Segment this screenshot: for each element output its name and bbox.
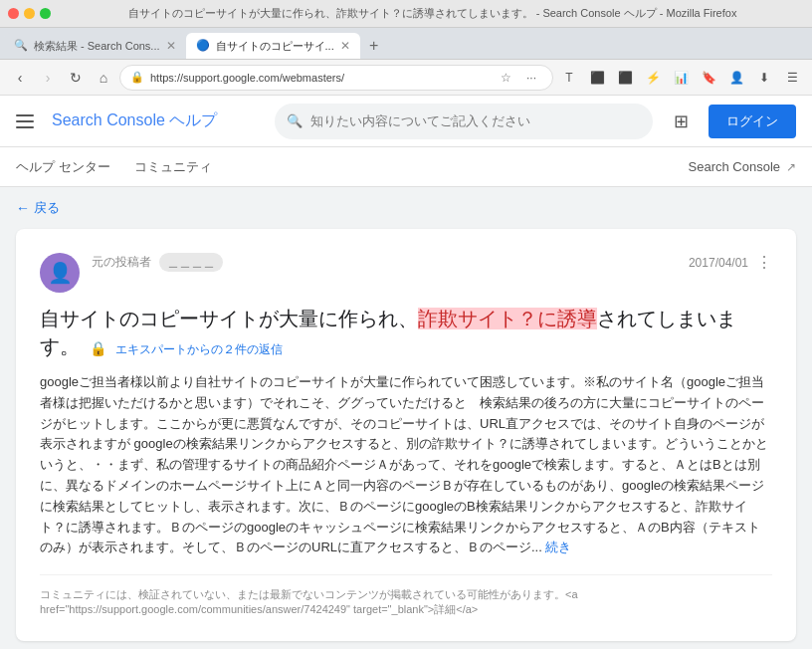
extension-icon-2[interactable]: ⬛ — [585, 66, 609, 90]
tab-1-label: 検索結果 - Search Cons... — [34, 39, 160, 54]
tab-2[interactable]: 🔵 自サイトのコピーサイ... ✕ — [186, 33, 360, 59]
extension-icon-6[interactable]: 🔖 — [697, 66, 720, 90]
menu-button[interactable]: ☰ — [780, 66, 804, 90]
back-link-label[interactable]: 戻る — [34, 199, 60, 217]
url-actions: ☆ ··· — [495, 67, 542, 89]
subnav-item-help[interactable]: ヘルプ センター — [16, 148, 110, 186]
post-header: 👤 元の投稿者 ＿＿＿＿ 2017/04/01 ⋮ — [40, 253, 772, 293]
tab-2-favicon: 🔵 — [196, 39, 210, 53]
read-more-link[interactable]: 続き — [545, 540, 571, 554]
search-console-link[interactable]: Search Console — [689, 159, 781, 174]
tab-1-close[interactable]: ✕ — [166, 39, 176, 53]
hamburger-menu[interactable] — [16, 109, 40, 133]
tab-1-favicon: 🔍 — [14, 39, 28, 53]
post-date: 2017/04/01 — [689, 256, 748, 270]
post-meta: 元の投稿者 ＿＿＿＿ 2017/04/01 ⋮ — [92, 253, 772, 274]
sub-nav: ヘルプ センター コミュニティ Search Console ↗ — [0, 147, 812, 187]
main-content: ← 戻る 👤 元の投稿者 ＿＿＿＿ 2017/04/01 ⋮ 自サイトのコピーサ… — [0, 187, 812, 649]
extension-icon-7[interactable]: 👤 — [724, 66, 748, 90]
extension-icon-5[interactable]: 📊 — [669, 66, 693, 90]
tabbar: 🔍 検索結果 - Search Cons... ✕ 🔵 自サイトのコピーサイ..… — [0, 28, 812, 60]
hamburger-line-1 — [16, 114, 34, 116]
avatar-icon: 👤 — [48, 261, 73, 285]
tab-2-close[interactable]: ✕ — [340, 39, 350, 53]
new-tab-button[interactable]: + — [360, 33, 388, 59]
ssl-lock-icon: 🔒 — [130, 71, 144, 84]
titlebar: 自サイトのコピーサイトが大量に作られ、詐欺サイト？に誘導されてしまいます。 - … — [0, 0, 812, 28]
tab-1[interactable]: 🔍 検索結果 - Search Cons... ✕ — [4, 33, 186, 59]
back-arrow-icon: ← — [16, 200, 30, 216]
subnav-right: Search Console ↗ — [689, 159, 797, 174]
external-link-icon: ↗ — [786, 160, 796, 174]
lock-icon: 🔒 — [90, 340, 106, 356]
post-title-highlight: 詐欺サイト？に誘導 — [418, 308, 597, 329]
expert-link[interactable]: エキスパートからの２件の返信 — [115, 342, 283, 356]
extension-icon-8[interactable]: ⬇ — [752, 66, 776, 90]
url-text: https://support.google.com/webmasters/ — [150, 72, 489, 84]
navbar: ‹ › ↻ ⌂ 🔒 https://support.google.com/web… — [0, 60, 812, 96]
post-footer: コミュニティには、検証されていない、または最新でないコンテンツが掲載されている可… — [40, 574, 772, 617]
post-body: googleご担当者様以前より自社サイトのコピーサイトが大量に作られていて困惑し… — [40, 372, 772, 558]
post-title-part1: 自サイトのコピーサイトが大量に作られ、 — [40, 308, 418, 329]
extension-icon-4[interactable]: ⚡ — [641, 66, 665, 90]
post-more-icon[interactable]: ⋮ — [756, 253, 772, 272]
post-footer-text: コミュニティには、検証されていない、または最新でないコンテンツが掲載されている可… — [40, 588, 578, 615]
post-author-prefix: 元の投稿者 — [92, 254, 151, 271]
search-icon: 🔍 — [287, 113, 303, 128]
post-title: 自サイトのコピーサイトが大量に作られ、詐欺サイト？に誘導されてしまいます。 🔒 … — [40, 305, 772, 360]
search-input[interactable] — [310, 113, 641, 128]
search-bar[interactable]: 🔍 — [275, 104, 653, 139]
close-dot[interactable] — [8, 8, 19, 19]
post-author-row: 元の投稿者 ＿＿＿＿ 2017/04/01 ⋮ — [92, 253, 772, 272]
extension-icon-1[interactable]: T — [557, 66, 581, 90]
hamburger-line-3 — [16, 126, 34, 128]
app-header: Search Console ヘルプ 🔍 ⊞ ログイン — [0, 96, 812, 147]
tab-2-label: 自サイトのコピーサイ... — [216, 39, 334, 54]
post-body-text: googleご担当者様以前より自社サイトのコピーサイトが大量に作られていて困惑し… — [40, 374, 768, 554]
extension-icon-3[interactable]: ⬛ — [613, 66, 637, 90]
maximize-dot[interactable] — [40, 8, 51, 19]
back-button[interactable]: ‹ — [8, 66, 32, 90]
nav-right-actions: T ⬛ ⬛ ⚡ 📊 🔖 👤 ⬇ ☰ — [557, 66, 804, 90]
author-avatar: 👤 — [40, 253, 80, 293]
post-card: 👤 元の投稿者 ＿＿＿＿ 2017/04/01 ⋮ 自サイトのコピーサイトが大量… — [16, 229, 796, 641]
login-button[interactable]: ログイン — [709, 105, 796, 138]
hamburger-line-2 — [16, 120, 34, 122]
forward-button[interactable]: › — [36, 66, 60, 90]
home-button[interactable]: ⌂ — [92, 66, 115, 90]
refresh-button[interactable]: ↻ — [64, 66, 88, 90]
window-controls — [8, 8, 51, 19]
post-author-name: ＿＿＿＿ — [159, 253, 223, 272]
url-bar[interactable]: 🔒 https://support.google.com/webmasters/… — [119, 65, 553, 91]
subnav-item-community[interactable]: コミュニティ — [134, 148, 212, 186]
more-url-icon[interactable]: ··· — [520, 67, 542, 89]
back-link[interactable]: ← 戻る — [16, 199, 796, 217]
minimize-dot[interactable] — [24, 8, 35, 19]
google-apps-icon[interactable]: ⊞ — [665, 106, 697, 137]
bookmark-star-icon[interactable]: ☆ — [495, 67, 516, 89]
window-title: 自サイトのコピーサイトが大量に作られ、詐欺サイト？に誘導されてしまいます。 - … — [61, 6, 804, 21]
app-logo: Search Console ヘルプ — [52, 110, 263, 131]
